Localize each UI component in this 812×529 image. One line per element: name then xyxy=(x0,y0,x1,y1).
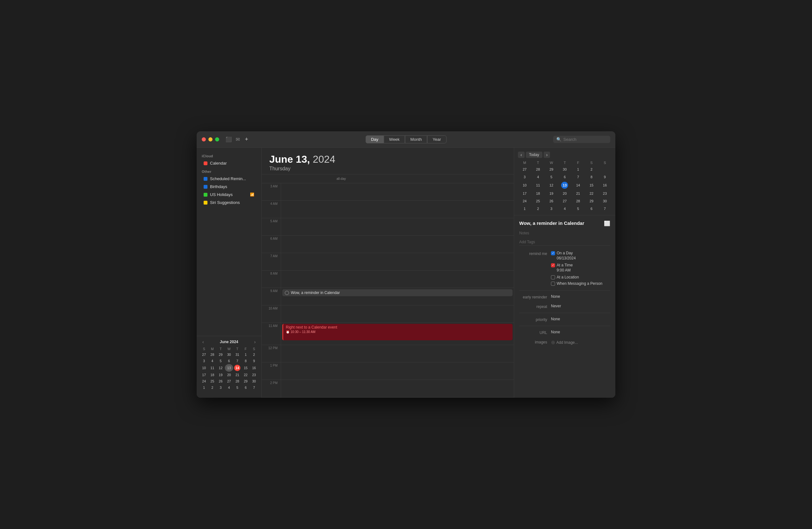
mini-cal-day[interactable]: 3 xyxy=(200,358,208,364)
mini-cal-day[interactable]: 6 xyxy=(241,384,250,391)
mini-cal-day[interactable]: 29 xyxy=(217,351,225,358)
rp-cal-day[interactable]: 27 xyxy=(518,165,531,173)
mini-cal-day[interactable]: 15 xyxy=(241,364,250,372)
rp-cal-day[interactable]: 7 xyxy=(571,173,585,181)
rp-today-button[interactable]: Today xyxy=(526,151,542,158)
mini-cal-day[interactable]: 4 xyxy=(208,358,216,364)
mini-cal-day[interactable]: 17 xyxy=(200,372,208,378)
mini-cal-day[interactable]: 10 xyxy=(200,364,208,372)
rp-cal-day[interactable]: 20 xyxy=(558,190,571,197)
sidebar-toggle-icon[interactable]: ⬛ xyxy=(226,136,232,143)
view-month-button[interactable]: Month xyxy=(405,135,427,143)
rp-cal-day[interactable]: 16 xyxy=(598,181,611,190)
detail-url-value[interactable]: None xyxy=(551,330,610,334)
mini-cal-day[interactable]: 7 xyxy=(250,384,258,391)
time-content[interactable]: Right next to a Calendar event ⏰ 10:30 –… xyxy=(281,323,514,345)
time-content[interactable] xyxy=(281,253,514,270)
mini-cal-day[interactable]: 29 xyxy=(241,378,250,384)
share-icon[interactable]: ⬜ xyxy=(604,220,610,226)
calendar-event[interactable]: Right next to a Calendar event ⏰ 10:30 –… xyxy=(282,324,512,340)
detail-repeat-value[interactable]: Never xyxy=(551,304,610,308)
time-content[interactable] xyxy=(281,363,514,380)
time-content[interactable]: Wow, a reminder in Calendar xyxy=(281,288,514,305)
rp-cal-day-today[interactable]: 13 xyxy=(558,181,571,190)
mini-cal-day[interactable]: 16 xyxy=(250,364,258,372)
rp-cal-day[interactable]: 15 xyxy=(585,181,598,190)
mini-cal-day[interactable]: 19 xyxy=(217,372,225,378)
time-content[interactable] xyxy=(281,305,514,323)
mini-cal-day[interactable]: 12 xyxy=(217,364,225,372)
mini-cal-day[interactable]: 2 xyxy=(208,384,216,391)
time-content[interactable] xyxy=(281,236,514,253)
time-content[interactable] xyxy=(281,380,514,397)
on-a-day-checkbox[interactable]: ✓ xyxy=(551,251,555,255)
mini-cal-day[interactable]: 18 xyxy=(208,372,216,378)
mini-cal-day[interactable]: 5 xyxy=(233,384,241,391)
rp-cal-day[interactable]: 3 xyxy=(545,205,558,212)
mini-cal-prev-button[interactable]: ‹ xyxy=(201,339,205,344)
time-grid[interactable]: 3 AM 4 AM 5 AM 6 AM xyxy=(262,183,514,398)
view-year-button[interactable]: Year xyxy=(427,135,446,143)
rp-cal-day[interactable]: 6 xyxy=(558,173,571,181)
mini-cal-day[interactable]: 1 xyxy=(241,351,250,358)
mini-cal-day[interactable]: 27 xyxy=(225,378,233,384)
when-messaging-checkbox[interactable] xyxy=(551,282,555,286)
mini-cal-day[interactable]: 30 xyxy=(250,378,258,384)
sidebar-item-birthdays[interactable]: Birthdays xyxy=(199,183,259,191)
rp-cal-day[interactable]: 2 xyxy=(585,165,598,173)
detail-early-reminder-value[interactable]: None xyxy=(551,294,610,299)
rp-prev-button[interactable]: ‹ xyxy=(518,151,525,158)
rp-cal-day[interactable]: 5 xyxy=(571,205,585,212)
time-content[interactable] xyxy=(281,397,514,398)
rp-cal-day[interactable]: 8 xyxy=(585,173,598,181)
rp-cal-day[interactable]: 1 xyxy=(571,165,585,173)
mini-cal-day[interactable]: 28 xyxy=(208,351,216,358)
at-a-time-checkbox[interactable]: ✓ xyxy=(551,263,555,267)
mini-cal-day[interactable]: 21 xyxy=(233,372,241,378)
rp-cal-day[interactable]: 23 xyxy=(598,190,611,197)
mini-cal-day[interactable]: 3 xyxy=(217,384,225,391)
mini-cal-day[interactable]: 20 xyxy=(225,372,233,378)
sidebar-item-calendar[interactable]: Calendar xyxy=(199,159,259,167)
maximize-button[interactable] xyxy=(215,137,219,142)
mini-cal-day[interactable]: 24 xyxy=(200,378,208,384)
rp-cal-day[interactable]: 29 xyxy=(545,165,558,173)
time-content[interactable] xyxy=(281,345,514,362)
mini-cal-day[interactable]: 11 xyxy=(208,364,216,372)
mini-cal-day-today[interactable]: 14 xyxy=(233,364,241,372)
mini-cal-day[interactable]: 28 xyxy=(233,378,241,384)
detail-tags[interactable]: Add Tags xyxy=(519,238,610,246)
rp-cal-day[interactable]: 17 xyxy=(518,190,531,197)
rp-cal-day[interactable]: 10 xyxy=(518,181,531,190)
rp-cal-day[interactable]: 6 xyxy=(585,205,598,212)
rp-cal-day[interactable]: 1 xyxy=(518,205,531,212)
detail-notes[interactable]: Notes xyxy=(519,230,610,237)
mini-cal-day[interactable]: 27 xyxy=(200,351,208,358)
rp-cal-day-red[interactable]: 14 xyxy=(571,181,585,190)
rp-cal-day[interactable]: 30 xyxy=(598,197,611,205)
rp-cal-day[interactable]: 27 xyxy=(558,197,571,205)
mini-cal-day[interactable]: 9 xyxy=(250,358,258,364)
mini-cal-day[interactable]: 5 xyxy=(217,358,225,364)
rp-cal-day[interactable]: 26 xyxy=(545,197,558,205)
rp-cal-day[interactable]: 19 xyxy=(545,190,558,197)
rp-cal-day[interactable]: 25 xyxy=(531,197,545,205)
rp-cal-day[interactable]: 5 xyxy=(545,173,558,181)
mini-cal-day[interactable]: 31 xyxy=(233,351,241,358)
reminder-event[interactable]: Wow, a reminder in Calendar xyxy=(282,289,512,296)
mini-cal-day[interactable]: 13 xyxy=(225,364,233,372)
rp-cal-day[interactable]: 3 xyxy=(518,173,531,181)
rp-next-button[interactable]: › xyxy=(543,151,550,158)
view-week-button[interactable]: Week xyxy=(384,135,405,143)
detail-priority-value[interactable]: None xyxy=(551,317,610,321)
rp-cal-day[interactable]: 22 xyxy=(585,190,598,197)
rp-cal-day[interactable]: 9 xyxy=(598,173,611,181)
mini-cal-day[interactable]: 23 xyxy=(250,372,258,378)
rp-cal-day[interactable]: 2 xyxy=(531,205,545,212)
mini-cal-day[interactable]: 30 xyxy=(225,351,233,358)
view-day-button[interactable]: Day xyxy=(366,135,384,143)
search-bar[interactable]: 🔍 xyxy=(553,136,610,143)
rp-cal-day[interactable]: 7 xyxy=(598,205,611,212)
mini-cal-day[interactable]: 1 xyxy=(200,384,208,391)
rp-cal-day[interactable]: 24 xyxy=(518,197,531,205)
